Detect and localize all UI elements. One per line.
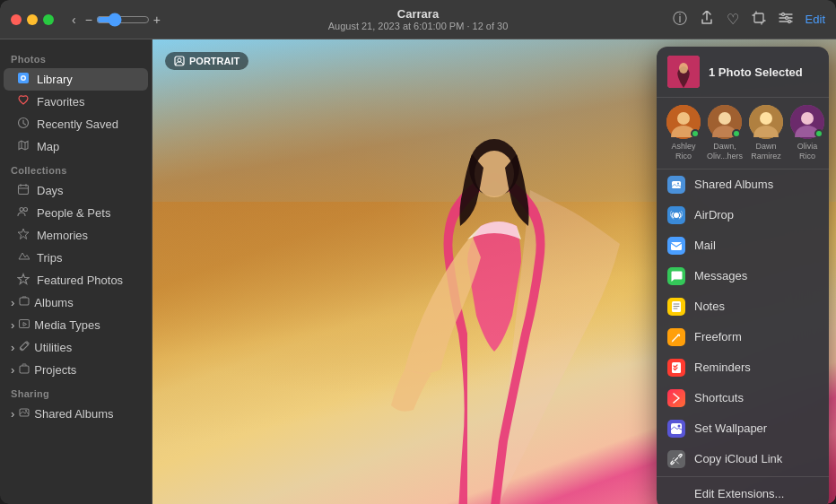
- utilities-chevron: ›: [11, 341, 14, 354]
- contact-dawn-o[interactable]: Dawn, Oliv...hers: [707, 105, 743, 161]
- shared-albums-sidebar-label: Shared Albums: [34, 407, 113, 421]
- sidebar-item-library[interactable]: Library: [4, 68, 148, 91]
- svg-point-9: [20, 208, 23, 212]
- projects-icon: [17, 362, 31, 378]
- maximize-button[interactable]: [43, 14, 54, 25]
- share-menu-mail[interactable]: Mail: [657, 230, 829, 261]
- svg-point-25: [677, 112, 690, 125]
- sidebar-item-projects[interactable]: › Projects: [4, 359, 148, 381]
- sidebar-item-favorites[interactable]: Favorites: [4, 91, 148, 113]
- media-types-chevron: ›: [11, 318, 14, 332]
- shared-albums-chevron: ›: [11, 407, 14, 421]
- shared-albums-sidebar-icon: [17, 406, 31, 421]
- contact-avatar-ashley: [666, 105, 701, 139]
- contact-dawn-r[interactable]: Dawn Ramirez: [748, 105, 784, 161]
- days-icon: [16, 183, 30, 198]
- traffic-lights: [11, 14, 54, 25]
- messages-menu-icon: [667, 267, 685, 285]
- memories-icon: [16, 228, 30, 243]
- mail-menu-icon: [667, 237, 685, 255]
- svg-point-3: [788, 20, 790, 22]
- share-menu-wallpaper[interactable]: Set Wallpaper: [657, 413, 829, 444]
- svg-point-2: [785, 16, 788, 19]
- contact-avatar-dawn-r: [749, 105, 783, 139]
- share-menu-reminders[interactable]: Reminders: [657, 352, 829, 383]
- share-menu-edit-extensions[interactable]: Edit Extensions...: [657, 479, 829, 504]
- photo-background: PORTRAIT 1 Photo Selected: [152, 39, 836, 504]
- svg-rect-37: [672, 362, 681, 373]
- notes-menu-icon: [667, 298, 685, 316]
- sidebar-item-map[interactable]: Map: [4, 135, 148, 158]
- share-menu-messages[interactable]: Messages: [657, 261, 829, 291]
- olivia-status-dot: [814, 129, 823, 138]
- albums-chevron: ›: [11, 296, 14, 309]
- adjust-icon[interactable]: [779, 11, 793, 29]
- freeform-menu-icon: [667, 328, 685, 346]
- freeform-menu-label: Freeform: [694, 330, 742, 343]
- shortcuts-menu-icon: [667, 389, 685, 407]
- media-types-label: Media Types: [34, 318, 100, 332]
- memories-label: Memories: [37, 229, 88, 242]
- notes-menu-label: Notes: [694, 300, 725, 313]
- zoom-in-icon[interactable]: +: [153, 13, 161, 27]
- share-panel: 1 Photo Selected: [657, 47, 829, 504]
- collections-section-label: Collections: [0, 158, 152, 179]
- projects-label: Projects: [34, 363, 76, 377]
- zoom-out-icon[interactable]: −: [85, 13, 92, 27]
- minimize-button[interactable]: [27, 14, 38, 25]
- share-icon[interactable]: [700, 11, 714, 29]
- svg-point-33: [677, 182, 679, 184]
- window-subtitle: August 21, 2023 at 6:01:00 PM · 12 of 30: [328, 21, 509, 31]
- airdrop-menu-icon: [667, 206, 685, 224]
- portrait-badge-label: PORTRAIT: [189, 56, 239, 66]
- svg-marker-12: [18, 274, 29, 284]
- edit-button[interactable]: Edit: [806, 13, 825, 26]
- sidebar-item-albums[interactable]: › Albums: [4, 291, 148, 314]
- svg-point-31: [801, 112, 814, 125]
- share-menu-airdrop[interactable]: AirDrop: [657, 200, 829, 230]
- sidebar-item-days[interactable]: Days: [4, 179, 148, 202]
- wallpaper-menu-icon: [667, 420, 685, 438]
- icloud-link-menu-icon: [667, 450, 685, 468]
- sidebar-item-memories[interactable]: Memories: [4, 224, 148, 247]
- sidebar-item-featured-photos[interactable]: Featured Photos: [4, 269, 148, 291]
- library-icon: [16, 72, 30, 87]
- sidebar-item-recently-saved[interactable]: Recently Saved: [4, 113, 148, 135]
- contact-ashley[interactable]: Ashley Rico: [666, 105, 701, 161]
- share-contacts-row: Ashley Rico Dawn, Oli: [657, 98, 829, 169]
- titlebar-controls: ‹ − +: [72, 13, 161, 27]
- back-button[interactable]: ‹: [72, 13, 76, 27]
- sidebar-item-media-types[interactable]: › Media Types: [4, 314, 148, 336]
- share-menu-freeform[interactable]: Freeform: [657, 322, 829, 352]
- trips-label: Trips: [37, 251, 62, 265]
- sidebar-item-people-pets[interactable]: People & Pets: [4, 202, 148, 224]
- utilities-label: Utilities: [34, 341, 72, 354]
- titlebar: ‹ − + Carrara August 21, 2023 at 6:01:00…: [0, 0, 836, 39]
- crop-icon[interactable]: [752, 11, 766, 29]
- shared-albums-menu-icon: [667, 176, 685, 194]
- share-menu-icloud-link[interactable]: Copy iCloud Link: [657, 444, 829, 474]
- info-icon[interactable]: ⓘ: [673, 10, 687, 29]
- close-button[interactable]: [11, 14, 22, 25]
- svg-marker-11: [18, 229, 29, 239]
- zoom-slider[interactable]: [96, 13, 150, 27]
- recently-saved-label: Recently Saved: [37, 117, 118, 131]
- share-menu-shortcuts[interactable]: Shortcuts: [657, 383, 829, 413]
- reminders-menu-label: Reminders: [694, 361, 751, 374]
- zoom-control: − +: [85, 13, 161, 27]
- sidebar-item-trips[interactable]: Trips: [4, 247, 148, 269]
- wallpaper-menu-label: Set Wallpaper: [694, 421, 767, 435]
- reminders-menu-icon: [667, 359, 685, 377]
- edit-extensions-label: Edit Extensions...: [694, 487, 784, 500]
- contact-olivia[interactable]: Olivia Rico: [789, 105, 825, 161]
- sidebar-item-shared-albums[interactable]: › Shared Albums: [4, 403, 148, 425]
- photo-view: PORTRAIT 1 Photo Selected: [152, 39, 836, 504]
- share-panel-title: 1 Photo Selected: [709, 65, 803, 79]
- share-menu-shared-albums[interactable]: Shared Albums: [657, 169, 829, 200]
- favorite-icon[interactable]: ♡: [727, 11, 739, 28]
- contact-name-ashley: Ashley Rico: [666, 142, 701, 161]
- svg-rect-13: [20, 298, 29, 305]
- sidebar-item-utilities[interactable]: › Utilities: [4, 336, 148, 359]
- trips-icon: [16, 250, 30, 265]
- share-menu-notes[interactable]: Notes: [657, 291, 829, 322]
